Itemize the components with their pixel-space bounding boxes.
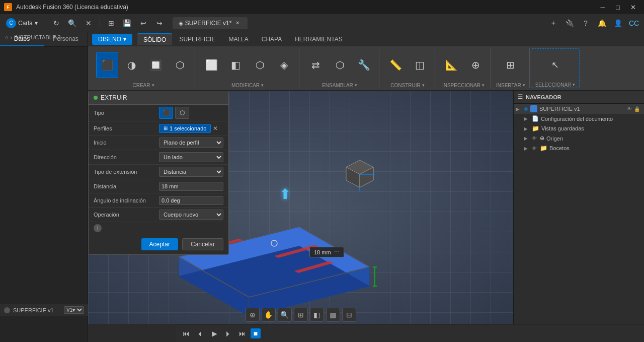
insertar-label-btn[interactable]: INSERTAR ▾	[496, 82, 525, 88]
insertar-1-button[interactable]: ⊞	[500, 52, 522, 78]
con2-icon: ◫	[415, 59, 425, 71]
project-name[interactable]: INSTRUCTABLE 2	[14, 34, 60, 40]
add-tab-button[interactable]: ＋	[546, 16, 560, 30]
nav-vistas[interactable]: ▶ 📁 Vistas guardadas	[514, 123, 644, 133]
nav-bocetos-eye[interactable]: 👁	[532, 146, 537, 151]
distancia-input[interactable]	[159, 182, 223, 191]
nav-surface-root[interactable]: ▶ ◈ SUPERFICIE v1 👁 🔒	[514, 104, 644, 114]
perfiles-select-button[interactable]: ⊞ 1 seleccionado	[159, 124, 211, 133]
tipo-btn-1[interactable]: ⬛	[159, 107, 173, 119]
construir-1-button[interactable]: 📏	[384, 52, 407, 78]
view-cube[interactable]	[342, 156, 377, 191]
redo-button[interactable]: ↪	[152, 16, 167, 30]
minimize-button[interactable]: ─	[596, 0, 610, 14]
account-button[interactable]: 👤	[611, 16, 625, 30]
crear-chevron: ▾	[152, 83, 154, 88]
grid-button[interactable]: ⊞	[104, 16, 118, 30]
maximize-button[interactable]: □	[611, 0, 625, 14]
seleccionar-button[interactable]: ↖	[544, 52, 566, 78]
ensamblar-label-btn[interactable]: ENSAMBLAR ▾	[322, 82, 357, 88]
modificar-4-button[interactable]: ◈	[273, 52, 295, 78]
layout-button[interactable]: ⊟	[342, 308, 356, 322]
settings-button[interactable]: CC	[627, 16, 641, 30]
zoom-fit-button[interactable]: ⊞	[294, 308, 308, 322]
operacion-select[interactable]: Cuerpo nuevo Unir Cortar Intersecar	[159, 210, 223, 220]
help-button[interactable]: ?	[579, 16, 593, 30]
version-select[interactable]: V1▾	[64, 306, 84, 314]
modificar-2-button[interactable]: ◧	[224, 52, 247, 78]
nav-bocetos[interactable]: ▶ 👁 📁 Bocetos	[514, 143, 644, 153]
play-last-button[interactable]: ⏭	[236, 327, 249, 339]
tab-chapa[interactable]: CHAPA	[256, 34, 288, 45]
undo-button[interactable]: ↩	[136, 16, 150, 30]
tab-herramientas[interactable]: HERRAMIENTAS	[289, 34, 348, 45]
pan-button[interactable]: ✋	[262, 308, 276, 322]
modificar-label-btn[interactable]: MODIFICAR ▾	[231, 82, 264, 88]
orbit-button[interactable]: ⊕	[246, 308, 260, 322]
nav-surface-toggle[interactable]: ▶	[516, 106, 522, 112]
tipo-btn-2[interactable]: ⬡	[175, 107, 189, 119]
ensamblar-2-button[interactable]: ⬡	[329, 52, 351, 78]
inspeccionar-label-btn[interactable]: INSPECCIONAR ▾	[442, 82, 485, 88]
inspeccionar-2-button[interactable]: ⊕	[464, 52, 487, 78]
construir-label-btn[interactable]: CONSTRUIR ▾	[390, 82, 424, 88]
play-next-button[interactable]: ⏵	[222, 327, 234, 339]
nav-origen[interactable]: ▶ 👁 ⊕ Origen	[514, 133, 644, 143]
grid-toggle-button[interactable]: ▦	[326, 308, 340, 322]
timeline-marker-button[interactable]: ■	[251, 328, 261, 338]
zoom-button[interactable]: 🔍	[278, 308, 292, 322]
construir-2-button[interactable]: ◫	[409, 52, 431, 78]
seleccionar-label-btn[interactable]: SELECCIONAR ▾	[535, 81, 576, 88]
doc-tab-close[interactable]: ✕	[233, 19, 242, 27]
nav-surface-lock[interactable]: 🔒	[634, 106, 640, 112]
home-icon[interactable]: ⌂	[5, 34, 9, 40]
display-button[interactable]: ◧	[310, 308, 324, 322]
titlebar-controls[interactable]: ─ □ ✕	[596, 0, 640, 14]
mod2-icon: ◧	[231, 59, 240, 71]
modificar-1-button[interactable]: ⬜	[200, 52, 222, 78]
more-tool-button[interactable]: ⬡	[169, 52, 191, 78]
nav-doc-config[interactable]: ▶ 📄 Configuración del documento	[514, 114, 644, 123]
nav-origen-toggle[interactable]: ▶	[524, 135, 530, 141]
notifications-button[interactable]: 🔔	[595, 16, 609, 30]
user-area[interactable]: C Carla ▾	[3, 17, 41, 29]
search-button[interactable]: 🔍	[65, 16, 79, 30]
doc-tab[interactable]: ◈ SUPERFICIE v1* ✕	[173, 17, 248, 29]
inspeccionar-1-button[interactable]: 📐	[440, 52, 462, 78]
move-handle[interactable]: ⬆	[275, 184, 295, 204]
modificar-3-button[interactable]: ⬡	[249, 52, 271, 78]
info-icon[interactable]: i	[94, 224, 102, 232]
mod1-icon: ⬜	[205, 59, 218, 71]
inicio-select[interactable]: Plano de perfil Objeto Desplazamiento	[159, 138, 223, 148]
nav-surface-eye[interactable]: 👁	[627, 106, 632, 112]
nav-origen-eye[interactable]: 👁	[532, 135, 537, 141]
close-button[interactable]: ✕	[626, 0, 640, 14]
extensions-button[interactable]: 🔌	[562, 16, 577, 30]
tab-superficie[interactable]: SUPERFICIE	[173, 34, 221, 45]
play-first-button[interactable]: ⏮	[180, 327, 192, 339]
play-prev-button[interactable]: ⏴	[194, 327, 206, 339]
crear-label-btn[interactable]: CREAR ▾	[132, 82, 154, 88]
tab-malla[interactable]: MALLA	[222, 34, 254, 45]
perfiles-clear-button[interactable]: ✕	[213, 125, 218, 132]
ensamblar-1-button[interactable]: ⇄	[304, 52, 327, 78]
play-button[interactable]: ▶	[208, 327, 220, 339]
toolbar-close-button[interactable]: ✕	[82, 16, 96, 30]
nav-vistas-toggle[interactable]: ▶	[524, 126, 530, 131]
nav-bocetos-toggle[interactable]: ▶	[524, 146, 530, 151]
direccion-select[interactable]: Un lado Dos lados Simétrico	[159, 152, 223, 162]
refresh-button[interactable]: ↻	[49, 16, 63, 30]
angulo-input[interactable]	[159, 196, 223, 205]
tipo-extension-select[interactable]: Distancia Al siguiente Todo	[159, 167, 223, 177]
cancel-button[interactable]: Cancelar	[182, 238, 223, 250]
revolve-tool-button[interactable]: ◑	[120, 52, 142, 78]
tab-solido[interactable]: SÓLIDO	[137, 33, 172, 45]
nav-doc-toggle[interactable]: ▶	[524, 116, 530, 121]
extrude-tool-button[interactable]: ⬛	[96, 52, 118, 78]
ensamblar-3-button[interactable]: 🔧	[353, 52, 375, 78]
accept-button[interactable]: Aceptar	[141, 238, 178, 250]
dimension-more[interactable]: ⋯	[334, 249, 340, 255]
sweep-tool-button[interactable]: 🔲	[144, 52, 167, 78]
design-mode-button[interactable]: DISEÑO ▾	[92, 34, 132, 45]
save-button[interactable]: 💾	[120, 16, 134, 30]
